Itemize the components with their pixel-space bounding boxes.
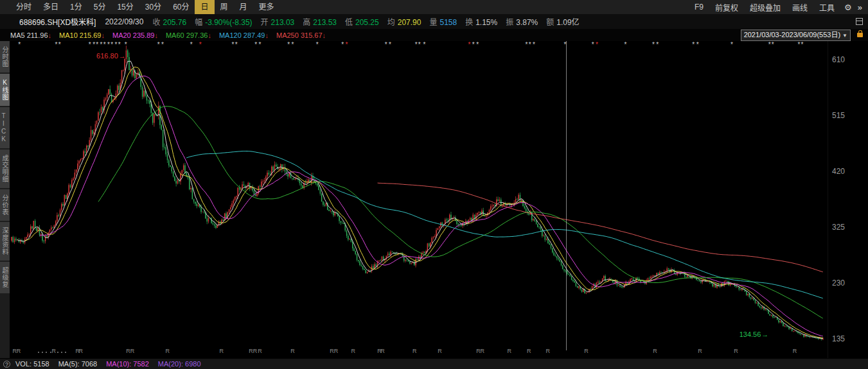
date-range-text: 2021/03/03-2023/06/09(553日)	[744, 31, 840, 39]
info-field-value: 207.90	[398, 18, 421, 27]
period-tab-7[interactable]: 日	[195, 0, 214, 14]
double-chevron-icon[interactable]: »	[856, 3, 867, 12]
tick-dot	[65, 352, 66, 353]
event-marker: *	[692, 42, 695, 48]
tick-dot	[57, 352, 58, 353]
stock-info-bar: 688696.SH[XD极米科] 2022/09/30 收205.76幅-3.9…	[0, 14, 868, 29]
status-label: VOL:	[15, 360, 31, 368]
info-field-label: 换	[465, 18, 473, 27]
period-tab-2[interactable]: 1分	[64, 0, 88, 14]
restore-marker: R	[130, 348, 135, 354]
restore-marker: R	[734, 348, 738, 354]
sidebar-item-6[interactable]: 超级复	[0, 262, 10, 293]
period-tab-4[interactable]: 15分	[111, 0, 139, 14]
gear-icon[interactable]: ⚙	[840, 3, 856, 12]
toolbar-button-4[interactable]: 工具	[813, 2, 840, 13]
event-marker: *	[118, 42, 121, 48]
restore-marker: R	[545, 348, 550, 354]
event-marker: *	[526, 42, 528, 48]
down-candle-bodies	[13, 51, 822, 340]
toolbar-button-1[interactable]: 前复权	[709, 2, 744, 13]
layout-icon[interactable]	[856, 18, 863, 25]
event-marker: *	[472, 42, 475, 48]
sidebar-item-3[interactable]: 成交明细	[0, 150, 10, 188]
toolbar-right: F9前复权超级叠加画线工具⚙»	[689, 2, 868, 13]
axis-label-230: 230	[832, 279, 845, 287]
status-value: 6980	[185, 360, 200, 368]
date-range-dropdown[interactable]: 2021/03/03-2023/06/09(553日)▼	[741, 30, 851, 41]
crosshair-line	[566, 41, 567, 350]
period-tab-6[interactable]: 60分	[167, 0, 195, 14]
restore-marker: R	[51, 348, 56, 354]
event-marker: *	[161, 42, 164, 48]
info-field-value: 213.03	[271, 18, 295, 27]
ma-line-120	[186, 151, 822, 298]
event-marker: *	[125, 42, 127, 48]
info-field-label: 量	[429, 18, 437, 27]
toolbar-button-3[interactable]: 画线	[786, 2, 813, 13]
info-field-value: 205.76	[163, 18, 186, 27]
event-marker: *	[415, 42, 418, 48]
restore-marker: R	[438, 348, 442, 354]
restore-marker: R	[351, 348, 355, 354]
kline-chart[interactable]: 616.80→ 134.56→ ************************…	[10, 41, 828, 358]
event-marker: *	[58, 42, 61, 48]
period-tab-3[interactable]: 5分	[88, 0, 112, 14]
restore-marker: R	[258, 348, 262, 354]
info-field-value: 5158	[439, 18, 457, 27]
toolbar-button-2[interactable]: 超级叠加	[744, 2, 786, 13]
event-marker: *	[93, 42, 95, 48]
restore-marker: R	[219, 348, 224, 354]
period-tab-8[interactable]: 周	[215, 0, 234, 14]
restore-marker: R	[412, 348, 417, 354]
sidebar-item-4[interactable]: 分价表	[0, 189, 10, 221]
ma-indicator-MA5: MA5 211.96↓	[10, 31, 51, 39]
event-marker: *	[292, 42, 294, 48]
event-marker: *	[259, 42, 261, 48]
sidebar-item-2[interactable]: TICK	[0, 107, 10, 148]
event-marker: *	[389, 42, 391, 48]
info-field-value: 3.87%	[516, 18, 538, 27]
period-tab-1[interactable]: 多日	[37, 0, 64, 14]
ma-indicator-MA10: MA10 215.69↓	[59, 31, 105, 39]
sidebar-item-1[interactable]: K线图	[0, 74, 10, 106]
axis-label-325: 325	[832, 223, 845, 232]
info-field-value: 1.09亿	[556, 18, 579, 27]
info-field-label: 收	[152, 18, 160, 27]
event-marker: *	[596, 42, 598, 48]
ma-label: MA120	[219, 31, 242, 39]
event-marker: *	[190, 42, 193, 48]
period-tab-10[interactable]: 更多	[253, 0, 280, 14]
event-marker: *	[254, 42, 257, 48]
status-item-1: MA(5): 7068	[58, 360, 98, 368]
event-marker: *	[100, 42, 103, 48]
info-field-label: 振	[506, 18, 513, 27]
period-toolbar: 分时多日1分5分15分30分60分日周月更多 F9前复权超级叠加画线工具⚙»	[0, 0, 868, 14]
event-marker: *	[696, 42, 699, 48]
period-tab-5[interactable]: 30分	[139, 0, 167, 14]
info-field-label: 均	[387, 18, 395, 27]
event-marker: *	[563, 42, 566, 48]
ma-label: MA60	[166, 31, 184, 39]
candlestick-svg	[10, 41, 828, 358]
info-field-value: 213.53	[313, 18, 337, 27]
period-tab-0[interactable]: 分时	[10, 0, 37, 14]
restore-marker: R	[584, 348, 589, 354]
info-field-量: 量5158	[429, 16, 457, 27]
sidebar-item-5[interactable]: 深度资料	[0, 222, 10, 261]
ma-value: 287.49	[244, 31, 265, 39]
ma-label: MA20	[112, 31, 131, 39]
info-field-label: 低	[345, 18, 353, 27]
sidebar-item-0[interactable]: 分时图	[0, 41, 10, 73]
restore-marker: R	[290, 348, 295, 354]
help-icon[interactable]: ?	[3, 361, 10, 368]
restore-marker: R	[698, 348, 702, 354]
info-field-收: 收205.76	[152, 16, 186, 27]
toolbar-button-0[interactable]: F9	[689, 3, 709, 12]
lock-icon[interactable]	[857, 33, 863, 37]
event-marker: *	[797, 42, 800, 48]
restore-marker: R	[508, 348, 512, 354]
period-tab-9[interactable]: 月	[234, 0, 253, 14]
volume-status-bar: ? VOL: 5158MA(5): 7068MA(10): 7582MA(20)…	[0, 358, 868, 369]
ma-value: 211.96	[27, 31, 48, 39]
